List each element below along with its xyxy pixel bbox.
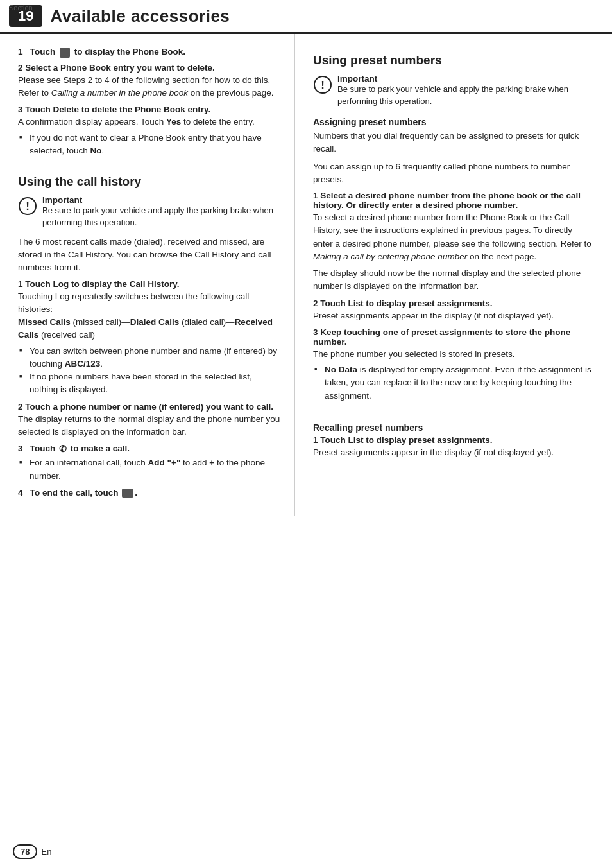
preset-important-content: Important Be sure to park your vehicle a… <box>337 74 594 108</box>
assign-step-1-body-2: The display should now be the normal dis… <box>313 267 594 293</box>
recall-step-1-body: Preset assignments appear in the display… <box>313 446 594 459</box>
step-3-body: A confirmation display appears. Touch Ye… <box>18 116 282 128</box>
svg-text:!: ! <box>26 200 30 213</box>
ch-step-3-heading: 3 Touch ✆ to make a call. <box>18 444 282 454</box>
divider-2 <box>313 413 594 413</box>
assign-step-2-body: Preset assignments appear in the display… <box>313 309 594 322</box>
content-area: 1 Touch to display the Phone Book. 2 Sel… <box>0 34 612 516</box>
ch-step-4-heading: 4 To end the call, touch . <box>18 488 282 498</box>
svg-text:!: ! <box>321 79 325 91</box>
left-column: 1 Touch to display the Phone Book. 2 Sel… <box>0 34 295 516</box>
page-wrapper: Section 19 Available accessories 1 Touch… <box>0 0 612 868</box>
preset-title: Using preset numbers <box>313 53 594 67</box>
assign-step-1-heading: 1 Select a desired phone number from the… <box>313 191 594 210</box>
page-number: 78 <box>13 844 37 859</box>
call-history-important-label: Important <box>42 195 282 205</box>
step-3-heading: 3 Touch Delete to delete the Phone Book … <box>18 105 282 114</box>
call-history-title: Using the call history <box>18 175 282 189</box>
assigning-intro-2: You can assign up to 6 frequently called… <box>313 161 594 187</box>
call-history-important-box: ! Important Be sure to park your vehicle… <box>18 195 282 229</box>
step-1: 1 Touch to display the Phone Book. <box>18 47 282 57</box>
step-2: 2 Select a Phone Book entry you want to … <box>18 63 282 100</box>
recalling-title: Recalling preset numbers <box>313 422 594 433</box>
ch-step-1-heading: 1 Touch Log to display the Call History. <box>18 279 282 289</box>
assign-step-1: 1 Select a desired phone number from the… <box>313 191 594 293</box>
step-2-heading: 2 Select a Phone Book entry you want to … <box>18 63 282 73</box>
preset-important-box: ! Important Be sure to park your vehicle… <box>313 74 594 108</box>
step-3-bullet-1: If you do not want to clear a Phone Book… <box>19 132 282 158</box>
end-call-icon <box>122 489 133 498</box>
preset-important-text: Be sure to park your vehicle and apply t… <box>337 83 594 108</box>
ch-step-1-body: Touching Log repeatedly switches between… <box>18 290 282 317</box>
footer: 78 En <box>13 844 51 859</box>
ch-step-3: 3 Touch ✆ to make a call. For an interna… <box>18 444 282 483</box>
phonebook-icon <box>60 48 70 58</box>
ch-step-3-bullet-1: For an international call, touch Add "+"… <box>19 456 282 483</box>
ch-step-2-heading: 2 Touch a phone number or name (if enter… <box>18 402 282 412</box>
assign-step-2: 2 Touch List to display preset assignmen… <box>313 299 594 322</box>
call-history-intro: The 6 most recent calls made (dialed), r… <box>18 236 282 275</box>
assign-step-2-heading: 2 Touch List to display preset assignmen… <box>313 299 594 308</box>
ch-step-3-bullets: For an international call, touch Add "+"… <box>19 456 282 483</box>
assigning-intro-1: Numbers that you dial frequently can be … <box>313 130 594 156</box>
step-2-body: Please see Steps 2 to 4 of the following… <box>18 74 282 100</box>
assign-step-1-body-1: To select a desired phone number from th… <box>313 211 594 263</box>
assign-step-3-body: The phone number you selected is stored … <box>313 348 594 361</box>
assign-step-3-heading: 3 Keep touching one of preset assignment… <box>313 327 594 347</box>
section-label: Section <box>9 4 33 12</box>
ch-step-1-bullet-2: If no phone numbers have been stored in … <box>19 370 282 397</box>
ch-step-4: 4 To end the call, touch . <box>18 488 282 498</box>
assign-step-3: 3 Keep touching one of preset assignment… <box>313 327 594 403</box>
call-icon: ✆ <box>59 444 67 454</box>
ch-step-2-body: The display returns to the normal displa… <box>18 413 282 439</box>
ch-step-2: 2 Touch a phone number or name (if enter… <box>18 402 282 439</box>
assign-step-3-bullet-1: No Data is displayed for empty assignmen… <box>314 363 594 403</box>
right-column: Using preset numbers ! Important Be sure… <box>295 34 612 516</box>
assigning-title: Assigning preset numbers <box>313 117 594 127</box>
divider-1 <box>18 168 282 168</box>
step-3: 3 Touch Delete to delete the Phone Book … <box>18 105 282 157</box>
ch-step-1-bullet-1: You can switch between phone number and … <box>19 345 282 371</box>
call-history-important-content: Important Be sure to park your vehicle a… <box>42 195 282 229</box>
assign-step-3-bullets: No Data is displayed for empty assignmen… <box>314 363 594 403</box>
page-header: 19 Available accessories <box>0 0 612 34</box>
lang-label: En <box>41 847 51 856</box>
ch-step-1-bullets: You can switch between phone number and … <box>19 345 282 397</box>
ch-step-1: 1 Touch Log to display the Call History.… <box>18 279 282 397</box>
step-1-heading: 1 Touch to display the Phone Book. <box>18 47 282 57</box>
recall-step-1: 1 Touch List to display preset assignmen… <box>313 435 594 459</box>
step-3-bullets: If you do not want to clear a Phone Book… <box>19 132 282 158</box>
preset-important-label: Important <box>337 74 594 83</box>
important-icon: ! <box>18 196 37 216</box>
ch-step-1-calls: Missed Calls (missed call)—Dialed Calls … <box>18 316 282 342</box>
page-title: Available accessories <box>50 6 230 26</box>
recall-step-1-heading: 1 Touch List to display preset assignmen… <box>313 435 594 445</box>
call-history-important-text: Be sure to park your vehicle and apply t… <box>42 205 282 229</box>
preset-important-icon: ! <box>313 75 332 94</box>
